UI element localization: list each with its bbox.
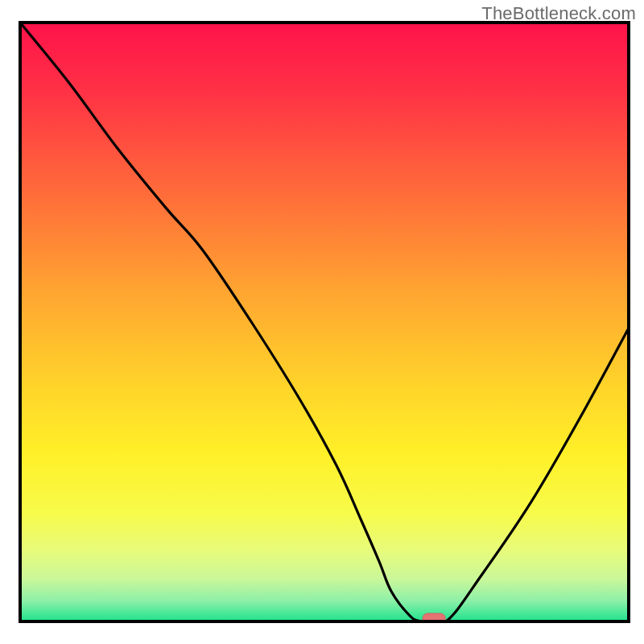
watermark-text: TheBottleneck.com [481,3,636,24]
chart-container: { "watermark": "TheBottleneck.com", "col… [0,0,644,644]
bottleneck-chart [0,0,644,644]
gradient-background [20,23,629,621]
